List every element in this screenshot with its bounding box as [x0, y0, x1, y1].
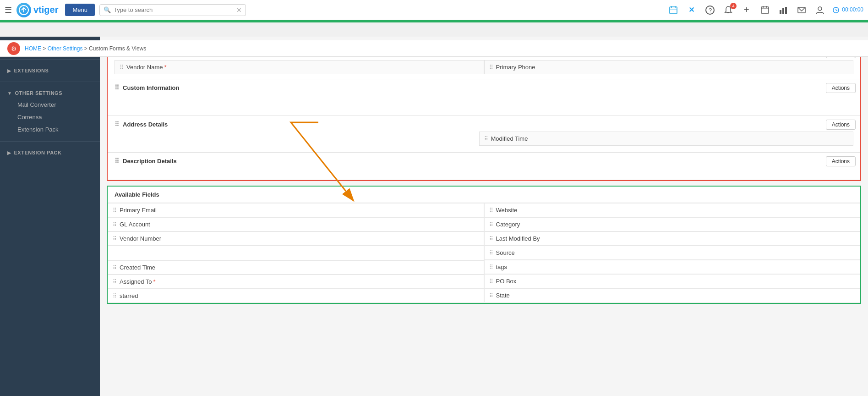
drag-handle-primary-email[interactable]: ⠿ [113, 207, 117, 214]
drag-handle-tags[interactable]: ⠿ [489, 264, 493, 270]
available-field-created-time: ⠿ Created Time [108, 260, 484, 275]
logo-text: vtiger [33, 5, 58, 15]
gl-account-label: GL Account [120, 221, 150, 228]
nav-icons: ✕ ? 4 + [668, 5, 863, 16]
email-icon[interactable] [796, 5, 807, 16]
drag-handle-gl-account[interactable]: ⠿ [113, 221, 117, 228]
sidebar-item-corrensa[interactable]: Corrensa [7, 111, 93, 123]
drag-handle-description[interactable]: ⠿ [115, 157, 119, 165]
notifications-icon[interactable]: 4 [723, 5, 734, 16]
charts-icon[interactable] [778, 5, 789, 16]
breadcrumb-other-settings[interactable]: Other Settings [48, 45, 83, 52]
arrow-down-icon: ▼ [7, 91, 12, 96]
available-field-last-modified-by: ⠿ Last Modified By [484, 231, 861, 246]
notification-badge: 4 [730, 3, 737, 9]
svg-rect-14 [785, 7, 787, 14]
breadcrumb-current: Custom Forms & Views [89, 45, 146, 52]
sidebar-item-mail-converter[interactable]: Mail Converter [7, 99, 93, 111]
top-navbar: ☰ vtiger Menu 🔍 ✕ ✕ ? [0, 0, 868, 20]
x-integration-icon[interactable]: ✕ [686, 5, 697, 16]
drag-handle-primary-phone[interactable]: ⠿ [489, 64, 493, 71]
drag-handle-website[interactable]: ⠿ [489, 207, 493, 214]
breadcrumb-home[interactable]: HOME [25, 45, 41, 52]
vendor-name-required: * [164, 64, 167, 71]
sidebar-label-extension-pack: EXTENSION PACK [14, 150, 62, 155]
drag-handle-assigned-to[interactable]: ⠿ [113, 279, 117, 285]
primary-phone-field: ⠿ Primary Phone [484, 60, 854, 74]
available-fields-left: ⠿ Primary Email ⠿ GL Account ⠿ Vendor Nu… [108, 203, 484, 303]
address-details-header: ⠿ Address Details [115, 121, 853, 128]
section-description-details: ⠿ Description Details Actions [108, 153, 860, 180]
assigned-to-label: Assigned To [120, 278, 152, 285]
green-accent-bar [0, 20, 868, 22]
available-field-gl-account: ⠿ GL Account [108, 217, 484, 231]
drag-handle-category[interactable]: ⠿ [489, 221, 493, 228]
sidebar-divider-2 [0, 82, 100, 82]
main-layout: ▲ MY PREFERENCES ▶ EXTENSIONS ▼ OTHER SE… [0, 37, 868, 396]
sidebar-header-extensions[interactable]: ▶ EXTENSIONS [7, 65, 93, 76]
calendar2-icon[interactable] [759, 5, 770, 16]
tags-label: tags [496, 264, 508, 270]
svg-text:?: ? [709, 7, 712, 14]
svg-rect-12 [780, 10, 781, 14]
section-custom-information: ⠿ Custom Information Actions [108, 79, 860, 116]
drag-handle-source[interactable]: ⠿ [489, 250, 493, 256]
drag-handle-starred[interactable]: ⠿ [113, 293, 117, 299]
search-bar: 🔍 ✕ [99, 4, 246, 16]
breadcrumb: HOME > Other Settings > Custom Forms & V… [25, 45, 146, 52]
starred-label: starred [120, 292, 138, 299]
po-box-label: PO Box [496, 278, 517, 285]
vendor-name-label: Vendor Name [126, 64, 163, 71]
breadcrumb-sep2: > [84, 45, 89, 52]
drag-handle-state[interactable]: ⠿ [489, 292, 493, 299]
sidebar-item-extension-pack[interactable]: Extension Pack [7, 123, 93, 136]
breadcrumb-sep1: > [43, 45, 47, 52]
available-field-vendor-number: ⠿ Vendor Number [108, 231, 484, 246]
form-area: ⠿ Vendor Details Actions ⠿ Vendor Name *… [107, 44, 861, 181]
help-icon[interactable]: ? [704, 5, 715, 16]
modified-time-label: Modified Time [491, 135, 528, 142]
svg-rect-8 [761, 7, 769, 13]
svg-point-16 [818, 7, 822, 11]
add-icon[interactable]: + [741, 5, 752, 16]
drag-handle-custom[interactable]: ⠿ [115, 84, 119, 91]
timer-display: 00:00:00 [833, 6, 863, 13]
available-fields-grid: ⠿ Primary Email ⠿ GL Account ⠿ Vendor Nu… [108, 203, 860, 303]
drag-handle-po-box[interactable]: ⠿ [489, 278, 493, 285]
menu-button[interactable]: Menu [65, 4, 95, 16]
drag-handle-modified-time[interactable]: ⠿ [484, 136, 488, 142]
custom-info-actions-button[interactable]: Actions [826, 83, 856, 93]
available-field-starred: ⠿ starred [108, 289, 484, 303]
assigned-to-required: * [153, 278, 156, 285]
search-clear-icon[interactable]: ✕ [236, 6, 242, 14]
drag-handle-last-modified-by[interactable]: ⠿ [489, 236, 493, 242]
sidebar-label-extensions: EXTENSIONS [14, 68, 49, 73]
description-details-actions-button[interactable]: Actions [826, 156, 856, 166]
source-label: Source [496, 249, 515, 256]
description-details-title: Description Details [123, 158, 177, 165]
address-details-actions-button[interactable]: Actions [826, 120, 856, 130]
drag-handle-vendor-number[interactable]: ⠿ [113, 236, 117, 242]
hamburger-menu[interactable]: ☰ [5, 5, 12, 15]
search-input[interactable] [114, 6, 236, 13]
sidebar-section-extension-pack: ▶ EXTENSION PACK [0, 143, 100, 162]
sidebar-header-other-settings[interactable]: ▼ OTHER SETTINGS [7, 88, 93, 99]
sidebar-section-extensions: ▶ EXTENSIONS [0, 61, 100, 80]
custom-info-title: Custom Information [123, 84, 180, 91]
sidebar-header-extension-pack[interactable]: ▶ EXTENSION PACK [7, 147, 93, 158]
settings-icon[interactable]: ⚙ [7, 42, 20, 55]
primary-phone-label: Primary Phone [496, 64, 535, 71]
available-field-source: ⠿ Source [484, 246, 861, 260]
drag-handle-address[interactable]: ⠿ [115, 121, 119, 128]
arrow-right2-icon: ▶ [7, 150, 11, 155]
description-details-header: ⠿ Description Details [115, 157, 853, 165]
available-field-category: ⠿ Category [484, 217, 861, 231]
user-icon[interactable] [814, 5, 825, 16]
search-icon: 🔍 [104, 6, 111, 13]
drag-handle-created-time[interactable]: ⠿ [113, 264, 117, 271]
last-modified-by-label: Last Modified By [496, 235, 540, 242]
primary-email-label: Primary Email [120, 207, 157, 214]
sidebar: ▲ MY PREFERENCES ▶ EXTENSIONS ▼ OTHER SE… [0, 37, 100, 396]
drag-handle-vendor-name[interactable]: ⠿ [120, 64, 124, 71]
calendar-icon[interactable] [668, 5, 679, 16]
